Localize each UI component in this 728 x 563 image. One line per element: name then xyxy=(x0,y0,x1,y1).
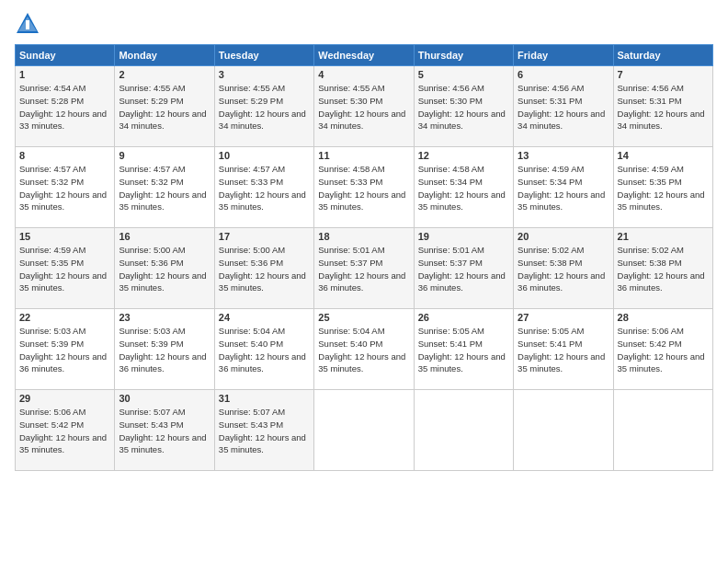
day-cell: 18Sunrise: 5:01 AMSunset: 5:37 PMDayligh… xyxy=(314,228,414,309)
day-cell: 20Sunrise: 5:02 AMSunset: 5:38 PMDayligh… xyxy=(514,228,613,309)
day-number: 25 xyxy=(318,312,409,323)
day-cell: 27Sunrise: 5:05 AMSunset: 5:41 PMDayligh… xyxy=(514,309,613,390)
day-number: 11 xyxy=(318,150,409,161)
day-cell: 5Sunrise: 4:56 AMSunset: 5:30 PMDaylight… xyxy=(414,66,513,147)
day-cell xyxy=(613,390,712,471)
day-detail: Sunrise: 5:07 AMSunset: 5:43 PMDaylight:… xyxy=(119,406,210,456)
day-detail: Sunrise: 5:03 AMSunset: 5:39 PMDaylight:… xyxy=(119,325,210,375)
day-number: 7 xyxy=(618,69,709,80)
day-cell: 22Sunrise: 5:03 AMSunset: 5:39 PMDayligh… xyxy=(16,309,115,390)
col-header-friday: Friday xyxy=(514,45,613,66)
day-number: 16 xyxy=(119,231,210,242)
col-header-monday: Monday xyxy=(115,45,214,66)
header xyxy=(15,11,713,37)
day-cell: 9Sunrise: 4:57 AMSunset: 5:32 PMDaylight… xyxy=(115,147,214,228)
day-number: 8 xyxy=(19,150,110,161)
logo xyxy=(15,11,44,37)
day-cell: 15Sunrise: 4:59 AMSunset: 5:35 PMDayligh… xyxy=(16,228,115,309)
day-cell: 16Sunrise: 5:00 AMSunset: 5:36 PMDayligh… xyxy=(115,228,214,309)
day-cell: 26Sunrise: 5:05 AMSunset: 5:41 PMDayligh… xyxy=(414,309,513,390)
day-cell: 25Sunrise: 5:04 AMSunset: 5:40 PMDayligh… xyxy=(314,309,414,390)
day-number: 31 xyxy=(219,393,310,404)
day-detail: Sunrise: 5:04 AMSunset: 5:40 PMDaylight:… xyxy=(219,325,310,375)
day-number: 12 xyxy=(418,150,509,161)
col-header-sunday: Sunday xyxy=(16,45,115,66)
day-detail: Sunrise: 5:05 AMSunset: 5:41 PMDaylight:… xyxy=(418,325,509,375)
day-detail: Sunrise: 4:57 AMSunset: 5:32 PMDaylight:… xyxy=(119,163,210,213)
day-detail: Sunrise: 4:55 AMSunset: 5:30 PMDaylight:… xyxy=(318,82,409,132)
day-number: 17 xyxy=(219,231,310,242)
day-detail: Sunrise: 4:59 AMSunset: 5:34 PMDaylight:… xyxy=(518,163,609,213)
day-number: 6 xyxy=(518,69,609,80)
day-number: 18 xyxy=(318,231,409,242)
week-row-4: 22Sunrise: 5:03 AMSunset: 5:39 PMDayligh… xyxy=(16,309,713,390)
day-cell: 10Sunrise: 4:57 AMSunset: 5:33 PMDayligh… xyxy=(214,147,313,228)
day-cell: 4Sunrise: 4:55 AMSunset: 5:30 PMDaylight… xyxy=(314,66,414,147)
day-detail: Sunrise: 4:55 AMSunset: 5:29 PMDaylight:… xyxy=(119,82,210,132)
day-number: 26 xyxy=(418,312,509,323)
day-detail: Sunrise: 5:05 AMSunset: 5:41 PMDaylight:… xyxy=(518,325,609,375)
day-detail: Sunrise: 5:04 AMSunset: 5:40 PMDaylight:… xyxy=(318,325,409,375)
header-row: SundayMondayTuesdayWednesdayThursdayFrid… xyxy=(16,45,713,66)
day-number: 21 xyxy=(618,231,709,242)
day-detail: Sunrise: 4:58 AMSunset: 5:33 PMDaylight:… xyxy=(318,163,409,213)
day-detail: Sunrise: 4:58 AMSunset: 5:34 PMDaylight:… xyxy=(418,163,509,213)
day-detail: Sunrise: 5:02 AMSunset: 5:38 PMDaylight:… xyxy=(618,244,709,294)
day-cell: 8Sunrise: 4:57 AMSunset: 5:32 PMDaylight… xyxy=(16,147,115,228)
day-number: 1 xyxy=(19,69,110,80)
week-row-5: 29Sunrise: 5:06 AMSunset: 5:42 PMDayligh… xyxy=(16,390,713,471)
day-number: 5 xyxy=(418,69,509,80)
day-number: 30 xyxy=(119,393,210,404)
day-detail: Sunrise: 5:07 AMSunset: 5:43 PMDaylight:… xyxy=(219,406,310,456)
day-detail: Sunrise: 5:01 AMSunset: 5:37 PMDaylight:… xyxy=(418,244,509,294)
day-detail: Sunrise: 5:00 AMSunset: 5:36 PMDaylight:… xyxy=(119,244,210,294)
day-number: 23 xyxy=(119,312,210,323)
day-cell: 2Sunrise: 4:55 AMSunset: 5:29 PMDaylight… xyxy=(115,66,214,147)
day-detail: Sunrise: 4:59 AMSunset: 5:35 PMDaylight:… xyxy=(19,244,110,294)
calendar-table: SundayMondayTuesdayWednesdayThursdayFrid… xyxy=(15,44,713,471)
day-detail: Sunrise: 5:03 AMSunset: 5:39 PMDaylight:… xyxy=(19,325,110,375)
day-detail: Sunrise: 4:59 AMSunset: 5:35 PMDaylight:… xyxy=(618,163,709,213)
day-cell xyxy=(514,390,613,471)
col-header-tuesday: Tuesday xyxy=(214,45,313,66)
day-detail: Sunrise: 4:57 AMSunset: 5:32 PMDaylight:… xyxy=(19,163,110,213)
day-detail: Sunrise: 4:57 AMSunset: 5:33 PMDaylight:… xyxy=(219,163,310,213)
day-cell: 21Sunrise: 5:02 AMSunset: 5:38 PMDayligh… xyxy=(613,228,712,309)
day-detail: Sunrise: 5:00 AMSunset: 5:36 PMDaylight:… xyxy=(219,244,310,294)
day-cell: 30Sunrise: 5:07 AMSunset: 5:43 PMDayligh… xyxy=(115,390,214,471)
day-cell: 14Sunrise: 4:59 AMSunset: 5:35 PMDayligh… xyxy=(613,147,712,228)
day-number: 3 xyxy=(219,69,310,80)
day-detail: Sunrise: 5:06 AMSunset: 5:42 PMDaylight:… xyxy=(19,406,110,456)
week-row-2: 8Sunrise: 4:57 AMSunset: 5:32 PMDaylight… xyxy=(16,147,713,228)
day-number: 28 xyxy=(618,312,709,323)
day-number: 4 xyxy=(318,69,409,80)
day-cell: 23Sunrise: 5:03 AMSunset: 5:39 PMDayligh… xyxy=(115,309,214,390)
day-number: 14 xyxy=(618,150,709,161)
day-detail: Sunrise: 5:01 AMSunset: 5:37 PMDaylight:… xyxy=(318,244,409,294)
day-number: 10 xyxy=(219,150,310,161)
day-cell: 17Sunrise: 5:00 AMSunset: 5:36 PMDayligh… xyxy=(214,228,313,309)
day-number: 9 xyxy=(119,150,210,161)
day-detail: Sunrise: 4:56 AMSunset: 5:31 PMDaylight:… xyxy=(518,82,609,132)
day-cell: 6Sunrise: 4:56 AMSunset: 5:31 PMDaylight… xyxy=(514,66,613,147)
week-row-1: 1Sunrise: 4:54 AMSunset: 5:28 PMDaylight… xyxy=(16,66,713,147)
day-cell: 24Sunrise: 5:04 AMSunset: 5:40 PMDayligh… xyxy=(214,309,313,390)
day-cell: 3Sunrise: 4:55 AMSunset: 5:29 PMDaylight… xyxy=(214,66,313,147)
day-cell: 19Sunrise: 5:01 AMSunset: 5:37 PMDayligh… xyxy=(414,228,513,309)
day-cell: 12Sunrise: 4:58 AMSunset: 5:34 PMDayligh… xyxy=(414,147,513,228)
day-detail: Sunrise: 4:55 AMSunset: 5:29 PMDaylight:… xyxy=(219,82,310,132)
day-number: 2 xyxy=(119,69,210,80)
col-header-wednesday: Wednesday xyxy=(314,45,414,66)
day-detail: Sunrise: 4:56 AMSunset: 5:30 PMDaylight:… xyxy=(418,82,509,132)
day-cell: 31Sunrise: 5:07 AMSunset: 5:43 PMDayligh… xyxy=(214,390,313,471)
day-number: 29 xyxy=(19,393,110,404)
week-row-3: 15Sunrise: 4:59 AMSunset: 5:35 PMDayligh… xyxy=(16,228,713,309)
day-number: 22 xyxy=(19,312,110,323)
page: SundayMondayTuesdayWednesdayThursdayFrid… xyxy=(0,0,728,563)
day-number: 20 xyxy=(518,231,609,242)
day-cell xyxy=(414,390,513,471)
col-header-thursday: Thursday xyxy=(414,45,513,66)
day-detail: Sunrise: 5:06 AMSunset: 5:42 PMDaylight:… xyxy=(618,325,709,375)
day-cell: 7Sunrise: 4:56 AMSunset: 5:31 PMDaylight… xyxy=(613,66,712,147)
day-cell: 29Sunrise: 5:06 AMSunset: 5:42 PMDayligh… xyxy=(16,390,115,471)
